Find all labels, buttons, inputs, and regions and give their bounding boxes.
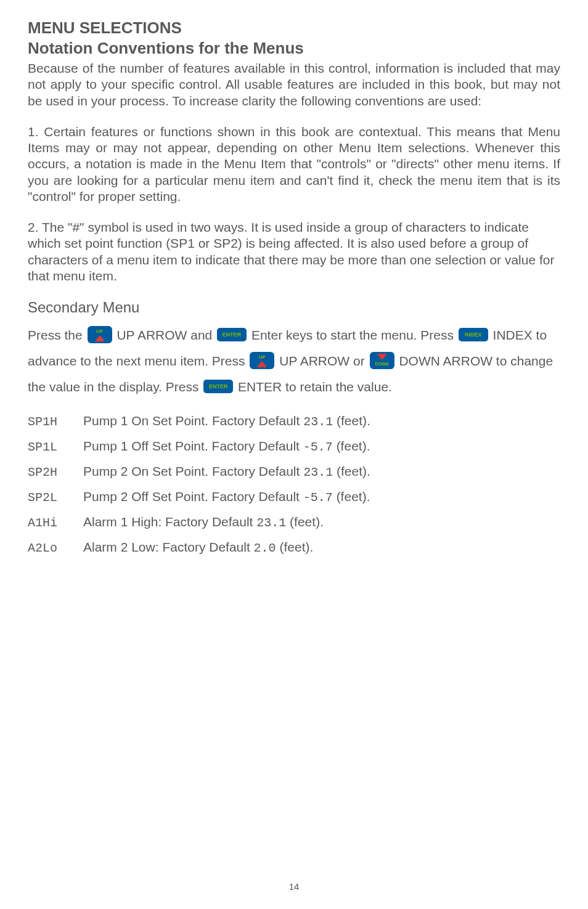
menu-row-sp1h: SP1H Pump 1 On Set Point. Factory Defaul… <box>28 414 560 429</box>
menu-items-table: SP1H Pump 1 On Set Point. Factory Defaul… <box>28 414 560 555</box>
menu-desc: Pump 1 On Set Point. Factory Default 23.… <box>83 414 560 429</box>
menu-code: SP2L <box>28 491 83 505</box>
menu-default-value: 23.1 <box>303 415 333 429</box>
menu-row-a1hi: A1Hi Alarm 1 High: Factory Default 23.1 … <box>28 515 560 530</box>
menu-code: A2Lo <box>28 541 83 555</box>
menu-code: SP1H <box>28 415 83 429</box>
index-key-icon <box>459 328 488 341</box>
menu-row-a2lo: A2Lo Alarm 2 Low: Factory Default 2.0 (f… <box>28 540 560 555</box>
menu-desc-pre: Pump 2 Off Set Point. Factory Default <box>83 489 303 503</box>
menu-desc: Pump 1 Off Set Point. Factory Default -5… <box>83 439 560 454</box>
down-arrow-key-icon <box>370 352 394 369</box>
menu-desc-pre: Alarm 2 Low: Factory Default <box>83 540 254 554</box>
menu-row-sp2l: SP2L Pump 2 Off Set Point. Factory Defau… <box>28 489 560 505</box>
menu-desc: Alarm 1 High: Factory Default 23.1 (feet… <box>83 515 560 530</box>
menu-default-value: 2.0 <box>254 541 276 555</box>
enter-key-icon <box>203 380 233 393</box>
up-arrow-key-icon <box>88 326 112 343</box>
page-number: 14 <box>289 881 300 892</box>
convention-2-paragraph: 2. The "#" symbol is used in two ways. I… <box>28 219 560 284</box>
menu-code: A1Hi <box>28 516 83 530</box>
menu-desc-post: (feet). <box>333 464 370 478</box>
menu-default-value: 23.1 <box>303 465 333 479</box>
menu-code: SP2H <box>28 465 83 479</box>
instr-text-3: Enter keys to start the menu. Press <box>251 328 457 342</box>
page-subheading-notation: Notation Conventions for the Menus <box>28 39 560 58</box>
menu-desc: Alarm 2 Low: Factory Default 2.0 (feet). <box>83 540 560 555</box>
convention-1-paragraph: 1. Certain features or functions shown i… <box>28 124 560 205</box>
menu-desc-post: (feet). <box>333 439 370 453</box>
intro-paragraph: Because of the number of features availa… <box>28 60 560 109</box>
menu-row-sp1l: SP1L Pump 1 Off Set Point. Factory Defau… <box>28 439 560 454</box>
menu-desc-post: (feet). <box>333 414 370 428</box>
instr-text-5: UP ARROW or <box>279 354 368 368</box>
instr-text-2: UP ARROW and <box>116 328 212 342</box>
menu-code: SP1L <box>28 440 83 454</box>
menu-desc-pre: Pump 1 Off Set Point. Factory Default <box>83 439 303 453</box>
secondary-menu-instructions: Press the UP ARROW and Enter keys to sta… <box>28 322 560 400</box>
menu-default-value: -5.7 <box>303 440 333 454</box>
instr-text-7: ENTER to retain the value. <box>238 380 392 394</box>
menu-desc-pre: Pump 1 On Set Point. Factory Default <box>83 414 303 428</box>
menu-desc-pre: Pump 2 On Set Point. Factory Default <box>83 464 303 478</box>
page-heading-menu-selections: MENU SELECTIONS <box>28 18 560 38</box>
menu-default-value: 23.1 <box>256 516 286 530</box>
up-arrow-key-icon <box>250 352 274 369</box>
menu-desc-post: (feet). <box>333 489 370 503</box>
enter-key-icon <box>217 328 247 341</box>
menu-desc-post: (feet). <box>286 515 324 529</box>
menu-row-sp2h: SP2H Pump 2 On Set Point. Factory Defaul… <box>28 464 560 479</box>
menu-default-value: -5.7 <box>303 491 333 505</box>
menu-desc-pre: Alarm 1 High: Factory Default <box>83 515 256 529</box>
secondary-menu-heading: Secondary Menu <box>28 299 560 316</box>
menu-desc: Pump 2 On Set Point. Factory Default 23.… <box>83 464 560 479</box>
menu-desc: Pump 2 Off Set Point. Factory Default -5… <box>83 489 560 505</box>
instr-text-1: Press the <box>28 328 83 342</box>
menu-desc-post: (feet). <box>276 540 314 554</box>
